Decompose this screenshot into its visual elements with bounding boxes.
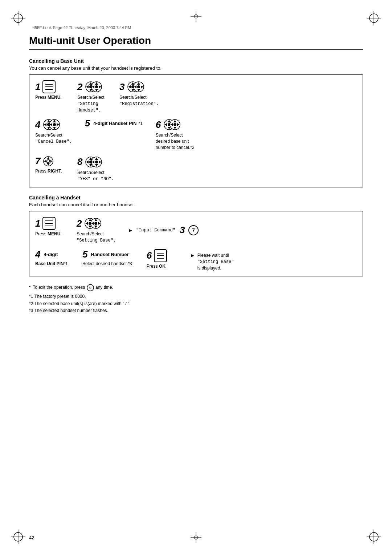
- nav-pad-icon-8: [84, 155, 103, 169]
- step-8-text: Search/Select"YES" or "NO".: [77, 170, 114, 182]
- arrow-icon-please-wait: ►: [190, 252, 195, 258]
- step-6-text: Search/Selectdesired base unitnumber to …: [156, 132, 195, 150]
- s2-step-3-number: 3: [180, 224, 185, 236]
- nav-pad-icon-4: [42, 118, 61, 131]
- s2-step-5: 5 Handset Number Select desired handset.…: [82, 249, 132, 267]
- s2-step-5-text: Select desired handset.*3: [82, 261, 132, 267]
- bullet-exit: • To exit the operation, press ↻ any tim…: [29, 284, 363, 292]
- footnote-2: *2 The selected base unit(s) is(are) mar…: [29, 300, 363, 307]
- corner-mark-tl: [11, 11, 25, 25]
- s2-step-2: 2: [77, 216, 116, 244]
- svg-point-69: [173, 123, 176, 126]
- svg-point-104: [94, 222, 97, 225]
- step-5: 5 4-digit Handset PIN*1: [85, 118, 143, 129]
- footnotes-section: • To exit the operation, press ↻ any tim…: [29, 284, 363, 314]
- step-1-text: Press MENU.: [35, 94, 62, 101]
- footnote-3: *3 The selected handset number flashes.: [29, 307, 363, 314]
- section1-instruction-box: 1 Press MENU. 2: [29, 74, 363, 187]
- s2-menu-button-icon: [42, 216, 56, 230]
- s2-step-1-text: Press MENU.: [35, 231, 62, 237]
- arrow-icon-input-cmd: ►: [128, 227, 133, 233]
- section1-desc: You can cancel any base unit that your h…: [29, 65, 363, 71]
- corner-mark-br: [367, 530, 381, 544]
- step-8-number: 8: [77, 156, 82, 167]
- section1-title: Cancelling a Base Unit: [29, 58, 363, 64]
- s2-step-4: 4 4-digit Base Unit PIN*1: [35, 249, 68, 267]
- menu-button-icon: [42, 80, 56, 94]
- s2-please-wait: ► Please wait until"Setting Base"is disp…: [190, 252, 234, 271]
- s2-step-3-area: ► "Input Command" 3 7: [128, 224, 199, 236]
- cross-bottom-center: [191, 532, 201, 544]
- s2-step-4-label: 4-digit: [44, 252, 58, 257]
- s2-step-4-text: Base Unit PIN*1: [35, 261, 68, 267]
- s2-nav-pad-icon-2: [83, 216, 102, 230]
- exit-button-icon: ↻: [86, 284, 94, 292]
- svg-point-88: [95, 161, 98, 163]
- step-4-number: 4: [35, 119, 40, 130]
- nav-pad-icon-2: [84, 80, 103, 94]
- cross-top-center: [191, 11, 201, 23]
- s2-step-6-number: 6: [147, 250, 152, 261]
- bullet-symbol: •: [29, 284, 30, 291]
- section2-instruction-box: 1 Press MENU. 2: [29, 211, 363, 276]
- step-3-number: 3: [119, 81, 124, 93]
- s2-step-1: 1 Press MENU.: [35, 216, 64, 237]
- file-info: 455E.book Page 42 Thursday, March 20, 20…: [33, 25, 363, 30]
- page-number: 42: [29, 535, 34, 540]
- step-7-number: 7: [35, 155, 40, 167]
- number-7-icon: 7: [188, 224, 199, 236]
- nav-right-icon: [42, 155, 54, 167]
- s2-step-5-number: 5: [82, 249, 87, 260]
- step-5-footnote: *1: [138, 121, 142, 126]
- step-5-number: 5: [85, 118, 90, 129]
- corner-mark-bl: [11, 530, 25, 544]
- step-1-number: 1: [35, 81, 40, 93]
- s2-step-4-number: 4: [35, 249, 40, 260]
- page-title: Multi-unit User Operation: [29, 35, 363, 50]
- s2-step-6-text: Press OK.: [147, 263, 167, 270]
- step-2: 2: [77, 80, 106, 113]
- footnote-1: *1 The factory preset is 0000.: [29, 293, 363, 300]
- s2-step-2-number: 2: [77, 218, 82, 229]
- nav-pad-icon-3: [126, 80, 145, 94]
- step-2-number: 2: [77, 81, 82, 93]
- step-7: 7 Press RIGHT.: [35, 155, 64, 174]
- step-3: 3: [119, 80, 159, 107]
- svg-point-45: [137, 85, 140, 88]
- s2-ok-button-icon: [154, 249, 167, 263]
- section2-title: Cancelling a Handset: [29, 195, 363, 200]
- svg-point-75: [47, 160, 50, 163]
- input-command-label: "Input Command": [136, 228, 175, 233]
- step-6: 6: [156, 118, 195, 150]
- s2-please-wait-text: Please wait until"Setting Base"is displa…: [197, 252, 234, 271]
- step-2-text: Search/Select"SettingHandset".: [77, 94, 105, 113]
- step-1: 1 Press MENU.: [35, 80, 64, 101]
- section-cancel-handset: Cancelling a Handset Each handset can ca…: [29, 195, 363, 276]
- s2-step-6: 6 Press OK.: [147, 249, 176, 270]
- step-6-number: 6: [156, 119, 161, 130]
- s2-step-1-number: 1: [35, 218, 40, 229]
- step-8: 8: [77, 155, 114, 182]
- step-3-text: Search/Select"Registration".: [119, 94, 159, 107]
- step-4-text: Search/Select"Cancel Base".: [35, 132, 72, 145]
- section-cancel-base-unit: Cancelling a Base Unit You can cancel an…: [29, 58, 363, 187]
- step-4: 4: [35, 118, 72, 145]
- svg-point-57: [53, 123, 56, 126]
- s2-step-2-text: Search/Select"Setting Base".: [77, 231, 116, 244]
- svg-point-33: [95, 85, 98, 88]
- section2-desc: Each handset can cancel itself or anothe…: [29, 202, 363, 207]
- corner-mark-tr: [367, 11, 381, 25]
- nav-pad-icon-6: [163, 118, 181, 131]
- step-5-label: 4-digit Handset PIN: [93, 121, 136, 126]
- svg-text:↻: ↻: [89, 286, 92, 290]
- step-7-text: Press RIGHT.: [35, 168, 62, 174]
- s2-step-5-label: Handset Number: [91, 252, 129, 257]
- svg-text:7: 7: [192, 227, 195, 233]
- bullet-text: To exit the operation, press ↻ any time.: [33, 284, 113, 292]
